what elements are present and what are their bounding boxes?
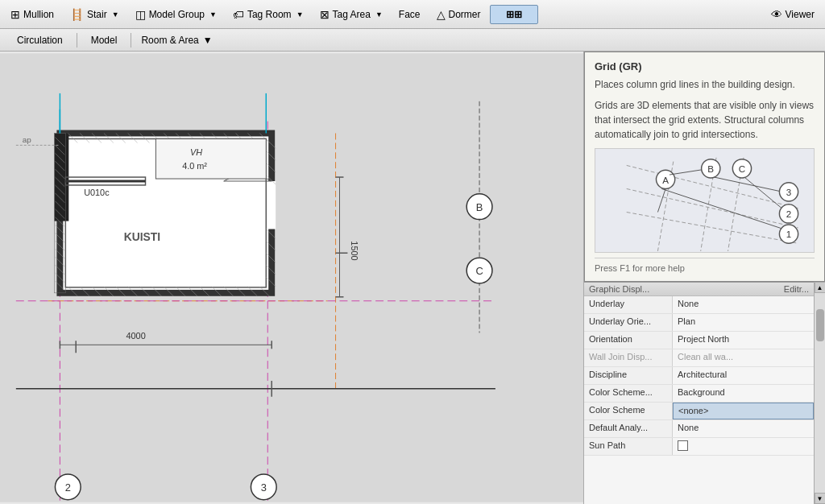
divider2	[131, 33, 131, 48]
svg-rect-78	[155, 138, 266, 179]
tooltip-help[interactable]: Press F1 for more help	[595, 258, 815, 273]
tag-room-icon: 🏷	[233, 8, 244, 21]
prop-value-underlay[interactable]: None	[673, 296, 814, 313]
prop-row-color-scheme[interactable]: Color Scheme <none>	[584, 403, 814, 420]
svg-text:U010c: U010c	[84, 188, 110, 197]
main-toolbar: ⊞ Mullion 🪜 Stair ▼ ◫ Model Group ▼ 🏷 Ta…	[0, 0, 825, 29]
viewer-icon: 👁	[771, 8, 782, 21]
active-grid-button[interactable]: ⊞⊞	[490, 5, 538, 24]
mullion-button[interactable]: ⊞ Mullion	[3, 4, 61, 25]
svg-text:1500: 1500	[350, 241, 359, 260]
prop-row-discipline[interactable]: Discipline Architectural	[584, 367, 814, 385]
tag-room-label: Tag Room	[247, 9, 292, 20]
svg-text:B: B	[707, 163, 714, 174]
prop-name-color-scheme-bg: Color Scheme...	[584, 385, 673, 402]
prop-value-sun-path[interactable]	[673, 438, 814, 455]
circulation-tab[interactable]: Circulation	[6, 31, 73, 50]
tag-area-dropdown-arrow: ▼	[375, 10, 383, 19]
prop-value-color-scheme-bg[interactable]: Background	[673, 385, 814, 402]
svg-text:2: 2	[786, 209, 791, 219]
svg-text:C: C	[739, 163, 745, 174]
properties-panel: Graphic Displ... Editr... Underlay None …	[584, 282, 814, 504]
prop-header: Graphic Displ... Editr...	[584, 283, 814, 296]
tag-room-button[interactable]: 🏷 Tag Room ▼	[226, 4, 311, 25]
tooltip-desc1: Places column grid lines in the building…	[595, 77, 815, 92]
scroll-thumb[interactable]	[816, 309, 824, 341]
prop-value-orientation[interactable]: Project North	[673, 332, 814, 349]
model-group-dropdown-arrow: ▼	[209, 10, 217, 19]
svg-line-109	[627, 188, 798, 227]
model-group-button[interactable]: ◫ Model Group ▼	[128, 4, 224, 25]
stair-dropdown-arrow: ▼	[112, 10, 119, 19]
divider1	[77, 33, 77, 48]
tooltip-title: Grid (GR)	[595, 60, 815, 72]
prop-name-color-scheme: Color Scheme	[584, 403, 673, 419]
svg-text:3: 3	[786, 187, 791, 197]
right-panel: Grid (GR) Places column grid lines in th…	[583, 52, 825, 504]
floor-plan-svg: U010c VH 4.0 m² KUISTI	[0, 52, 583, 504]
prop-name-discipline: Discipline	[584, 367, 673, 384]
prop-value-wall-join[interactable]: Clean all wa...	[673, 349, 814, 366]
svg-text:A: A	[662, 175, 669, 185]
scroll-down-button[interactable]: ▼	[815, 493, 826, 504]
model-tab[interactable]: Model	[81, 31, 128, 50]
sun-path-checkbox[interactable]	[678, 440, 688, 451]
dormer-button[interactable]: △ Dormer	[429, 4, 488, 25]
svg-line-117	[657, 188, 665, 212]
prop-name-underlay: Underlay	[584, 296, 673, 313]
canvas-area[interactable]: U010c VH 4.0 m² KUISTI	[0, 52, 583, 504]
prop-value-color-scheme[interactable]: <none>	[673, 403, 814, 419]
prop-row-sun-path[interactable]: Sun Path	[584, 438, 814, 456]
tag-area-label: Tag Area	[333, 9, 371, 20]
svg-line-110	[627, 213, 798, 244]
prop-value-discipline[interactable]: Architectural	[673, 367, 814, 384]
room-area-label: Room & Area	[141, 35, 198, 46]
prop-name-default-analy: Default Analy...	[584, 420, 673, 437]
prop-value-underlay-ori[interactable]: Plan	[673, 314, 814, 331]
dormer-label: Dormer	[449, 9, 481, 20]
model-group-label: Model Group	[149, 9, 205, 20]
prop-name-wall-join: Wall Join Disp...	[584, 349, 673, 366]
stair-label: Stair	[87, 9, 107, 20]
mullion-label: Mullion	[23, 9, 54, 20]
prop-row-underlay-ori[interactable]: Underlay Orie... Plan	[584, 314, 814, 332]
prop-row-orientation[interactable]: Orientation Project North	[584, 332, 814, 349]
svg-line-124	[661, 188, 786, 229]
room-area-arrow: ▼	[203, 35, 213, 46]
prop-name-orientation: Orientation	[584, 332, 673, 349]
prop-row-default-analy[interactable]: Default Analy... None	[584, 420, 814, 438]
tag-room-dropdown-arrow: ▼	[296, 10, 304, 19]
tag-area-button[interactable]: ⊠ Tag Area ▼	[313, 4, 390, 25]
svg-text:3: 3	[261, 481, 267, 494]
stair-button[interactable]: 🪜 Stair ▼	[63, 4, 126, 25]
prop-name-sun-path: Sun Path	[584, 438, 673, 455]
tag-area-icon: ⊠	[320, 8, 330, 21]
sub-toolbar: Circulation Model Room & Area ▼	[0, 29, 825, 52]
svg-text:2: 2	[65, 481, 71, 494]
active-button-label: ⊞⊞	[506, 9, 522, 20]
tooltip-diagram: A B C	[595, 148, 815, 253]
model-group-icon: ◫	[135, 8, 146, 21]
prop-row-underlay[interactable]: Underlay None	[584, 296, 814, 314]
prop-value-default-analy[interactable]: None	[673, 420, 814, 437]
svg-text:4.0 m²: 4.0 m²	[182, 161, 207, 171]
svg-text:1: 1	[786, 229, 791, 239]
stair-icon: 🪜	[70, 8, 84, 21]
viewer-button[interactable]: 👁 Viewer	[764, 4, 822, 25]
svg-text:VH: VH	[190, 147, 202, 157]
svg-text:ap: ap	[23, 135, 32, 144]
svg-line-116	[670, 169, 705, 175]
prop-header-left: Graphic Displ...	[589, 284, 649, 294]
prop-row-wall-join[interactable]: Wall Join Disp... Clean all wa...	[584, 349, 814, 367]
room-area-tab[interactable]: Room & Area ▼	[135, 31, 218, 49]
svg-text:4000: 4000	[126, 331, 145, 341]
viewer-label: Viewer	[786, 9, 815, 20]
face-button[interactable]: Face	[392, 5, 428, 24]
prop-row-color-scheme-bg[interactable]: Color Scheme... Background	[584, 385, 814, 403]
svg-text:KUISTI: KUISTI	[124, 230, 160, 243]
scrollbar[interactable]: ▲ ▼	[814, 282, 825, 504]
face-label: Face	[399, 9, 421, 20]
tooltip-popup: Grid (GR) Places column grid lines in th…	[584, 52, 825, 282]
scroll-up-button[interactable]: ▲	[815, 282, 826, 293]
prop-header-right: Editr...	[784, 284, 809, 294]
